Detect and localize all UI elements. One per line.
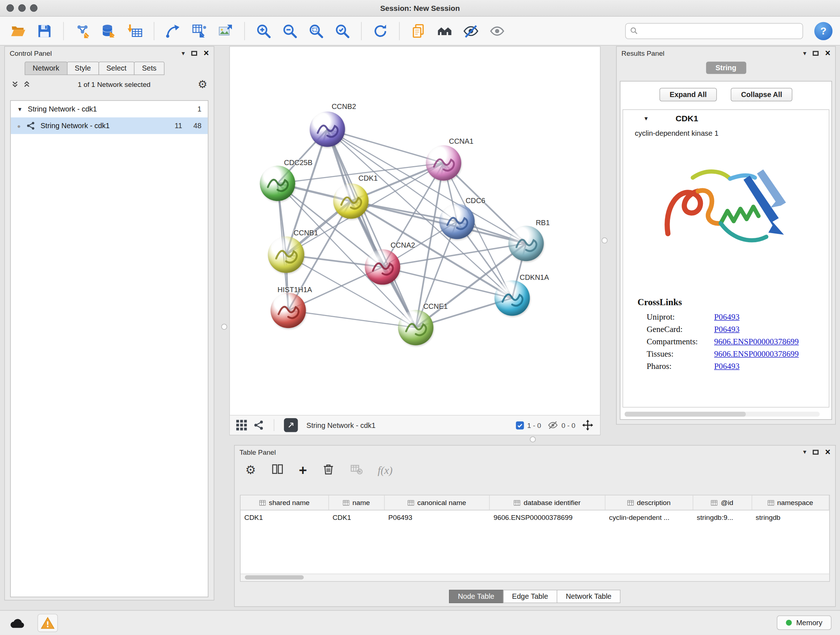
refresh-view-button[interactable]	[370, 20, 391, 42]
maximize-panel-icon[interactable]	[813, 51, 819, 55]
crosslink-genecard-link[interactable]: P06493	[714, 325, 739, 334]
tab-style[interactable]: Style	[66, 62, 99, 75]
cell-namespace[interactable]: stringdb	[752, 510, 829, 525]
minimize-window-button[interactable]	[18, 4, 26, 12]
zoom-out-button[interactable]	[279, 20, 301, 42]
maximize-panel-icon[interactable]	[813, 450, 819, 454]
goto-network-button[interactable]	[284, 418, 298, 432]
pan-move-icon[interactable]	[582, 419, 594, 431]
cell-canonical-name[interactable]: P06493	[385, 510, 490, 525]
network-node-ccne1[interactable]	[398, 310, 433, 345]
float-panel-icon[interactable]: ▾	[182, 50, 185, 57]
network-node-ccna1[interactable]	[426, 145, 461, 181]
share-network-icon[interactable]	[253, 420, 264, 431]
new-network-from-table-button[interactable]	[188, 20, 210, 42]
crosslink-tissues-link[interactable]: 9606.ENSP00000378699	[714, 349, 799, 359]
tab-edge-table[interactable]: Edge Table	[503, 590, 557, 603]
float-panel-icon[interactable]: ▾	[803, 50, 806, 57]
warnings-button[interactable]	[38, 614, 58, 632]
network-row[interactable]: ● String Network - cdk1 11 48	[11, 117, 208, 134]
zoom-selected-button[interactable]	[332, 20, 353, 42]
splitter-handle[interactable]	[530, 436, 536, 442]
export-image-button[interactable]	[215, 20, 236, 42]
hidden-eye-slash-icon[interactable]	[547, 420, 558, 431]
maximize-panel-icon[interactable]	[191, 51, 197, 55]
results-horizontal-scrollbar[interactable]	[625, 412, 820, 416]
import-network-file-button[interactable]	[72, 20, 93, 42]
cell-description[interactable]: cyclin-dependent ...	[605, 510, 693, 525]
import-network-database-button[interactable]	[98, 20, 119, 42]
gene-section-header[interactable]: ▾ CDK1	[623, 110, 829, 127]
scrollbar-thumb[interactable]	[245, 575, 304, 580]
section-caret-icon[interactable]: ▾	[645, 115, 648, 122]
network-node-hist1h1a[interactable]	[271, 293, 306, 328]
table-horizontal-scrollbar[interactable]	[240, 574, 829, 581]
column-header[interactable]: canonical name	[385, 495, 490, 510]
table-settings-gear-icon[interactable]: ⚙	[245, 464, 256, 476]
tab-network-table[interactable]: Network Table	[557, 590, 621, 603]
column-header[interactable]: description	[605, 495, 693, 510]
network-node-cdc25b[interactable]	[260, 166, 295, 201]
scrollbar-thumb[interactable]	[625, 412, 745, 416]
zoom-fit-button[interactable]	[305, 20, 327, 42]
tree-caret-icon[interactable]: ▼	[17, 106, 22, 112]
expand-all-button[interactable]: Expand All	[660, 88, 717, 101]
network-node-ccna2[interactable]	[365, 249, 400, 285]
network-node-ccnb1[interactable]	[268, 236, 304, 273]
toggle-enhanced-labels-button[interactable]	[460, 20, 482, 42]
network-node-cdk1[interactable]	[333, 183, 369, 219]
open-session-button[interactable]	[8, 20, 29, 42]
network-node-cdkn1a[interactable]	[494, 280, 530, 316]
memory-button[interactable]: Memory	[777, 616, 832, 630]
import-table-button[interactable]	[125, 20, 146, 42]
delete-column-button[interactable]	[322, 463, 335, 478]
close-panel-icon[interactable]: ×	[825, 49, 831, 57]
show-columns-button[interactable]	[271, 463, 284, 478]
network-options-gear-icon[interactable]: ⚙	[198, 79, 208, 90]
close-panel-icon[interactable]: ×	[825, 448, 831, 456]
string-home-button[interactable]	[434, 20, 455, 42]
grid-view-icon[interactable]	[236, 420, 247, 431]
collapse-all-chevron-icon[interactable]	[11, 80, 19, 88]
column-header[interactable]: shared name	[240, 495, 329, 510]
tab-network[interactable]: Network	[25, 62, 67, 75]
splitter-handle[interactable]	[602, 238, 607, 243]
cell-id[interactable]: stringdb:9...	[693, 510, 752, 525]
close-window-button[interactable]	[6, 4, 14, 12]
tab-sets[interactable]: Sets	[134, 62, 164, 75]
column-header[interactable]: @id	[693, 495, 752, 510]
results-tab-string[interactable]: String	[706, 62, 746, 74]
search-input[interactable]	[641, 27, 798, 35]
network-node-ccnb2[interactable]	[309, 111, 345, 147]
network-collection-row[interactable]: ▼ String Network - cdk1 1	[11, 101, 208, 117]
column-header[interactable]: namespace	[752, 495, 829, 510]
splitter-handle[interactable]	[221, 324, 227, 329]
zoom-window-button[interactable]	[30, 4, 38, 12]
crosslink-compartments-link[interactable]: 9606.ENSP00000378699	[714, 337, 799, 347]
duplicate-network-button[interactable]	[408, 20, 429, 42]
tab-node-table[interactable]: Node Table	[448, 590, 503, 603]
close-panel-icon[interactable]: ×	[204, 49, 209, 57]
save-session-button[interactable]	[34, 20, 55, 42]
crosslink-uniprot-link[interactable]: P06493	[714, 312, 739, 322]
float-panel-icon[interactable]: ▾	[803, 449, 806, 455]
zoom-in-button[interactable]	[253, 20, 274, 42]
cell-name[interactable]: CDK1	[329, 510, 385, 525]
expand-all-chevron-icon[interactable]	[23, 80, 31, 88]
collapse-all-button[interactable]: Collapse All	[731, 88, 792, 101]
network-node-cdc6[interactable]	[439, 204, 475, 239]
crosslink-pharos-link[interactable]: P06493	[714, 361, 739, 371]
show-graphics-details-button[interactable]	[486, 20, 508, 42]
help-button[interactable]: ?	[814, 22, 832, 40]
selected-checkbox-icon[interactable]	[516, 421, 524, 429]
cell-shared-name[interactable]: CDK1	[240, 510, 329, 525]
cell-database-identifier[interactable]: 9606.ENSP00000378699	[490, 510, 605, 525]
cloud-icon[interactable]	[9, 617, 26, 629]
column-header[interactable]: name	[329, 495, 385, 510]
column-header[interactable]: database identifier	[490, 495, 605, 510]
table-row[interactable]: CDK1 CDK1 P06493 9606.ENSP00000378699 cy…	[240, 510, 829, 525]
add-column-button[interactable]: +	[299, 463, 307, 477]
tab-select[interactable]: Select	[98, 62, 134, 75]
network-node-rb1[interactable]	[508, 226, 544, 261]
first-neighbors-button[interactable]	[163, 20, 184, 42]
